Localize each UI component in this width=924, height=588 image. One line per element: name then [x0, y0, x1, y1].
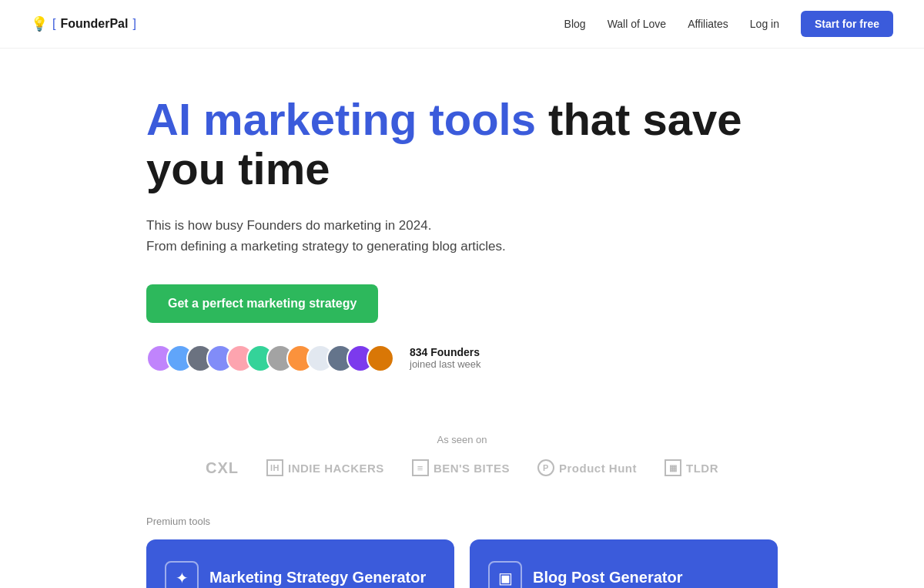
hero-cta-button[interactable]: Get a perfect marketing strategy: [146, 284, 378, 323]
indie-hackers-icon: IH: [266, 459, 283, 476]
press-logo-tldr: ▦ TLDR: [665, 459, 718, 476]
press-logos-row: CXL IH INDIE HACKERS ≡ BEN'S BITES P Pro…: [31, 459, 893, 477]
logo-icon: 💡: [31, 15, 48, 32]
product-hunt-icon: P: [537, 459, 554, 476]
press-logo-bens-bites: ≡ BEN'S BITES: [412, 459, 510, 476]
as-seen-label: As seen on: [31, 434, 893, 445]
premium-label: Premium tools: [146, 516, 778, 527]
start-for-free-button[interactable]: Start for free: [801, 11, 893, 37]
marketing-strategy-icon: ✦: [165, 561, 199, 588]
login-button[interactable]: Log in: [750, 18, 779, 30]
logo-text: FounderPal: [60, 17, 128, 31]
logo: 💡 [ FounderPal ]: [31, 15, 136, 32]
premium-section: Premium tools ✦ Marketing Strategy Gener…: [116, 516, 808, 588]
tools-grid: ✦ Marketing Strategy Generator Perfect m…: [146, 539, 778, 588]
tool-card-top-1: ✦ Marketing Strategy Generator: [165, 561, 436, 588]
hero-subtitle-line1: This is how busy Founders do marketing i…: [146, 218, 431, 233]
hero-subtitle-line2: From defining a marketing strategy to ge…: [146, 239, 506, 254]
hero-title-blue: AI marketing tools: [146, 94, 536, 144]
hero-title: AI marketing tools that save you time: [146, 95, 778, 193]
logo-bracket-open: [: [52, 17, 55, 31]
blog-post-icon: ▣: [488, 561, 522, 588]
press-logo-product-hunt: P Product Hunt: [537, 459, 637, 476]
nav-affiliates[interactable]: Affiliates: [688, 18, 728, 30]
tldr-icon: ▦: [665, 459, 681, 476]
nav-links: Blog Wall of Love Affiliates Log in Star…: [564, 11, 893, 37]
product-hunt-text: Product Hunt: [559, 462, 637, 475]
avatar-group: [146, 344, 387, 372]
social-proof-text: 834 Founders joined last week: [410, 346, 481, 370]
marketing-strategy-name: Marketing Strategy Generator: [209, 569, 426, 586]
press-logo-indie-hackers: IH INDIE HACKERS: [266, 459, 384, 476]
press-logo-cxl: CXL: [206, 459, 239, 477]
social-proof-count: 834 Founders: [410, 346, 481, 358]
indie-hackers-text: INDIE HACKERS: [288, 462, 384, 475]
tldr-text: TLDR: [686, 462, 718, 475]
cxl-text: CXL: [206, 459, 239, 477]
social-proof-sub: joined last week: [410, 358, 481, 370]
blog-post-name: Blog Post Generator: [533, 569, 682, 586]
nav-blog[interactable]: Blog: [564, 18, 586, 30]
social-proof: 834 Founders joined last week: [146, 344, 778, 372]
bens-bites-text: BEN'S BITES: [434, 462, 510, 475]
hero-subtitle: This is how busy Founders do marketing i…: [146, 215, 778, 257]
tool-card-top-2: ▣ Blog Post Generator: [488, 561, 759, 588]
nav-wall-of-love[interactable]: Wall of Love: [608, 18, 667, 30]
logo-bracket-close: ]: [132, 17, 136, 31]
tool-card-marketing-strategy: ✦ Marketing Strategy Generator Perfect m…: [146, 539, 454, 588]
as-seen-on-section: As seen on CXL IH INDIE HACKERS ≡ BEN'S …: [0, 411, 924, 516]
avatar: [367, 344, 394, 372]
hero-section: AI marketing tools that save you time Th…: [116, 95, 808, 372]
tool-card-blog-post: ▣ Blog Post Generator Turn your existing…: [470, 539, 778, 588]
navbar: 💡 [ FounderPal ] Blog Wall of Love Affil…: [0, 0, 924, 49]
bens-bites-icon: ≡: [412, 459, 429, 476]
